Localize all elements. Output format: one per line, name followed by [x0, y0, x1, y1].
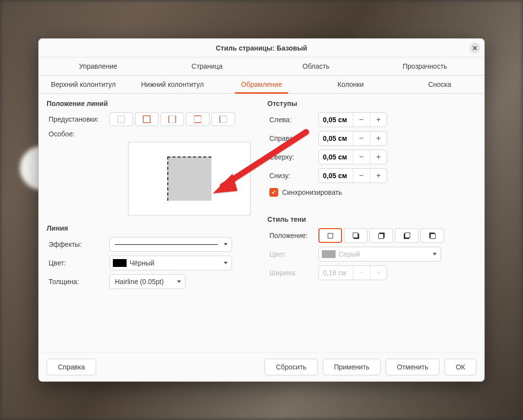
line-width-value: Hairline (0.05pt)	[115, 278, 164, 286]
svg-rect-2	[169, 116, 176, 123]
padding-right-spin[interactable]: − +	[318, 131, 387, 146]
right-column: Отступы Слева: − + Справа: − + Сверху:	[267, 99, 476, 350]
padding-top-row: Сверху: − +	[267, 150, 476, 164]
shadow-color-label: Цвет:	[267, 250, 314, 258]
reset-button[interactable]: Сбросить	[264, 359, 317, 375]
color-swatch-grey	[322, 250, 336, 258]
padding-right-input[interactable]	[319, 134, 352, 142]
shadow-width-input	[319, 269, 352, 277]
line-color-value: Чёрный	[130, 259, 155, 267]
increment-button: +	[370, 266, 387, 280]
line-style-dropdown[interactable]	[109, 237, 232, 252]
dialog-content: Положение линий Предустановки:	[39, 94, 484, 352]
preview-inner	[167, 157, 211, 201]
shadow-none[interactable]	[318, 228, 342, 243]
padding-top-input[interactable]	[319, 153, 352, 161]
preset-left[interactable]	[211, 112, 235, 126]
shadow-br-icon	[353, 233, 359, 239]
shadow-color-dropdown: Серый	[318, 247, 441, 262]
shadow-top-left[interactable]	[420, 228, 444, 243]
shadow-position-label: Положение:	[267, 232, 314, 239]
cancel-button[interactable]: Отменить	[386, 359, 440, 375]
sync-checkbox[interactable]: ✓	[269, 188, 278, 197]
padding-left-row: Слева: − +	[267, 112, 476, 127]
preset-box[interactable]	[135, 112, 158, 126]
tab-footnote[interactable]: Сноска	[395, 76, 484, 93]
shadow-tl-icon	[429, 233, 436, 239]
increment-button[interactable]: +	[370, 113, 387, 127]
effects-label: Эффекты:	[47, 240, 105, 248]
custom-label: Особое:	[47, 130, 105, 138]
svg-rect-8	[220, 116, 227, 123]
decrement-button[interactable]: −	[353, 150, 369, 164]
left-column: Положение линий Предустановки:	[47, 99, 256, 350]
tab-area[interactable]: Область	[262, 57, 370, 75]
decrement-button[interactable]: −	[353, 169, 369, 183]
preset-top-bottom[interactable]	[186, 112, 209, 126]
padding-left-input[interactable]	[319, 116, 352, 124]
shadow-bl-icon	[404, 233, 410, 239]
padding-bottom-spin[interactable]: − +	[318, 168, 387, 183]
tab-transparency[interactable]: Прозрачность	[370, 57, 479, 75]
decrement-button[interactable]: −	[353, 131, 369, 145]
effects-row: Эффекты:	[47, 237, 256, 252]
titlebar: Стиль страницы: Базовый ✕	[39, 39, 484, 57]
border-preview[interactable]	[128, 142, 251, 215]
increment-button[interactable]: +	[370, 150, 387, 164]
close-icon: ✕	[472, 44, 478, 52]
padding-heading: Отступы	[267, 100, 476, 107]
shadow-bottom-left[interactable]	[395, 228, 418, 243]
padding-left-label: Слева:	[267, 116, 314, 124]
line-color-dropdown[interactable]: Чёрный	[109, 256, 232, 270]
sync-row: ✓ Синхронизировать	[267, 188, 476, 197]
tabs-row-2: Верхний колонтитул Нижний колонтитул Обр…	[39, 76, 484, 94]
tab-page[interactable]: Страница	[153, 57, 262, 75]
help-button[interactable]: Справка	[47, 359, 96, 375]
padding-bottom-label: Снизу:	[267, 172, 314, 180]
close-button[interactable]: ✕	[470, 43, 480, 53]
tab-management[interactable]: Управление	[44, 57, 153, 75]
dialog-title: Стиль страницы: Базовый	[216, 44, 307, 52]
shadow-width-row: Ширина: − +	[267, 265, 476, 280]
tab-borders[interactable]: Обрамление	[217, 76, 306, 93]
line-arrangement-heading: Положение линий	[47, 100, 256, 107]
shadow-color-row: Цвет: Серый	[267, 247, 476, 262]
apply-button[interactable]: Применить	[323, 359, 381, 375]
padding-top-spin[interactable]: − +	[318, 150, 387, 164]
line-width-label: Толщина:	[47, 278, 105, 286]
decrement-button: −	[353, 266, 369, 280]
line-heading: Линия	[47, 224, 256, 232]
padding-top-label: Сверху:	[267, 153, 314, 161]
border-lr-icon	[168, 115, 176, 123]
preset-left-right[interactable]	[160, 112, 184, 126]
shadow-bottom-right[interactable]	[344, 228, 367, 243]
shadow-heading: Стиль тени	[267, 215, 476, 223]
page-style-dialog: Стиль страницы: Базовый ✕ Управление Стр…	[38, 38, 485, 382]
tabs-row-1: Управление Страница Область Прозрачность	[39, 57, 484, 76]
shadow-none-icon	[327, 233, 334, 239]
preset-none[interactable]	[109, 112, 133, 126]
color-swatch-black	[113, 259, 127, 267]
increment-button[interactable]: +	[370, 131, 387, 145]
sync-label: Синхронизировать	[282, 188, 342, 196]
svg-rect-1	[143, 116, 150, 123]
shadow-color-value: Серый	[339, 250, 360, 258]
tab-columns[interactable]: Колонки	[306, 76, 395, 93]
shadow-position-row: Положение:	[267, 228, 476, 243]
padding-bottom-row: Снизу: − +	[267, 168, 476, 183]
padding-right-label: Справа:	[267, 134, 314, 142]
tab-header[interactable]: Верхний колонтитул	[39, 76, 128, 93]
increment-button[interactable]: +	[370, 169, 387, 183]
tab-footer[interactable]: Нижний колонтитул	[128, 76, 217, 93]
ok-button[interactable]: ОК	[445, 359, 476, 375]
border-none-icon	[117, 115, 125, 123]
shadow-top-right[interactable]	[369, 228, 393, 243]
decrement-button[interactable]: −	[353, 113, 369, 127]
line-color-label: Цвет:	[47, 259, 105, 267]
padding-left-spin[interactable]: − +	[318, 112, 387, 127]
padding-bottom-input[interactable]	[319, 172, 352, 180]
line-width-dropdown[interactable]: Hairline (0.05pt)	[109, 274, 185, 289]
shadow-width-spin: − +	[318, 265, 387, 280]
line-color-row: Цвет: Чёрный	[47, 256, 256, 270]
shadow-tr-icon	[378, 233, 385, 239]
